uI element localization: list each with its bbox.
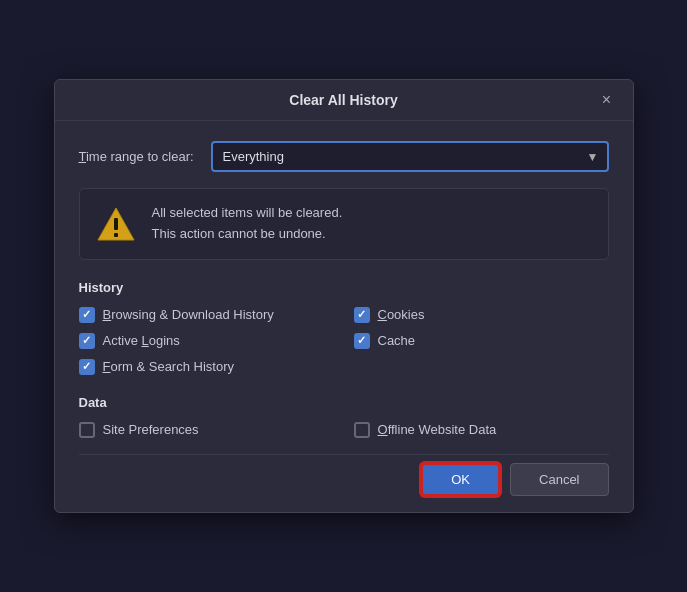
warning-line1: All selected items will be cleared. (152, 203, 343, 224)
checkbox-site-prefs-label: Site Preferences (103, 422, 199, 437)
checkbox-active-logins[interactable]: ✓ Active Logins (79, 333, 334, 349)
warning-box: All selected items will be cleared. This… (79, 188, 609, 260)
clear-history-dialog: Clear All History × Time range to clear:… (54, 79, 634, 513)
svg-rect-2 (114, 233, 118, 237)
checkbox-cookies[interactable]: ✓ Cookies (354, 307, 609, 323)
history-checkboxes-grid: ✓ Browsing & Download History ✓ Cookies … (79, 307, 609, 375)
warning-line2: This action cannot be undone. (152, 224, 343, 245)
ok-button[interactable]: OK (421, 463, 500, 496)
checkbox-active-logins-label: Active Logins (103, 333, 180, 348)
cancel-button[interactable]: Cancel (510, 463, 608, 496)
check-icon: ✓ (357, 335, 366, 346)
button-row: OK Cancel (79, 454, 609, 496)
checkbox-form-search-label: Form & Search History (103, 359, 235, 374)
dialog-content: Time range to clear: Everything Last Hou… (55, 121, 633, 512)
checkbox-site-prefs[interactable]: Site Preferences (79, 422, 334, 438)
checkbox-browsing[interactable]: ✓ Browsing & Download History (79, 307, 334, 323)
check-icon: ✓ (82, 361, 91, 372)
time-range-select[interactable]: Everything Last Hour Last Two Hours Last… (211, 141, 609, 172)
svg-rect-1 (114, 218, 118, 230)
checkbox-offline-data-box[interactable] (354, 422, 370, 438)
checkbox-offline-data[interactable]: Offline Website Data (354, 422, 609, 438)
history-section-title: History (79, 280, 609, 295)
time-range-label: Time range to clear: (79, 149, 199, 164)
checkbox-form-search-box[interactable]: ✓ (79, 359, 95, 375)
data-section-title: Data (79, 395, 609, 410)
checkbox-browsing-label: Browsing & Download History (103, 307, 274, 322)
time-range-select-wrapper: Everything Last Hour Last Two Hours Last… (211, 141, 609, 172)
checkbox-form-search[interactable]: ✓ Form & Search History (79, 359, 334, 375)
title-bar: Clear All History × (55, 80, 633, 121)
dialog-title: Clear All History (91, 92, 597, 108)
check-icon: ✓ (357, 309, 366, 320)
check-icon: ✓ (82, 335, 91, 346)
warning-icon (96, 204, 136, 244)
checkbox-active-logins-box[interactable]: ✓ (79, 333, 95, 349)
checkbox-site-prefs-box[interactable] (79, 422, 95, 438)
data-section: Data Site Preferences Offline Website Da… (79, 395, 609, 438)
checkbox-cache[interactable]: ✓ Cache (354, 333, 609, 349)
checkbox-cookies-label: Cookies (378, 307, 425, 322)
checkbox-cache-label: Cache (378, 333, 416, 348)
warning-text: All selected items will be cleared. This… (152, 203, 343, 245)
checkbox-cookies-box[interactable]: ✓ (354, 307, 370, 323)
checkbox-offline-data-label: Offline Website Data (378, 422, 497, 437)
data-checkboxes-grid: Site Preferences Offline Website Data (79, 422, 609, 438)
check-icon: ✓ (82, 309, 91, 320)
time-range-row: Time range to clear: Everything Last Hou… (79, 141, 609, 172)
checkbox-browsing-box[interactable]: ✓ (79, 307, 95, 323)
close-button[interactable]: × (597, 90, 617, 110)
checkbox-cache-box[interactable]: ✓ (354, 333, 370, 349)
